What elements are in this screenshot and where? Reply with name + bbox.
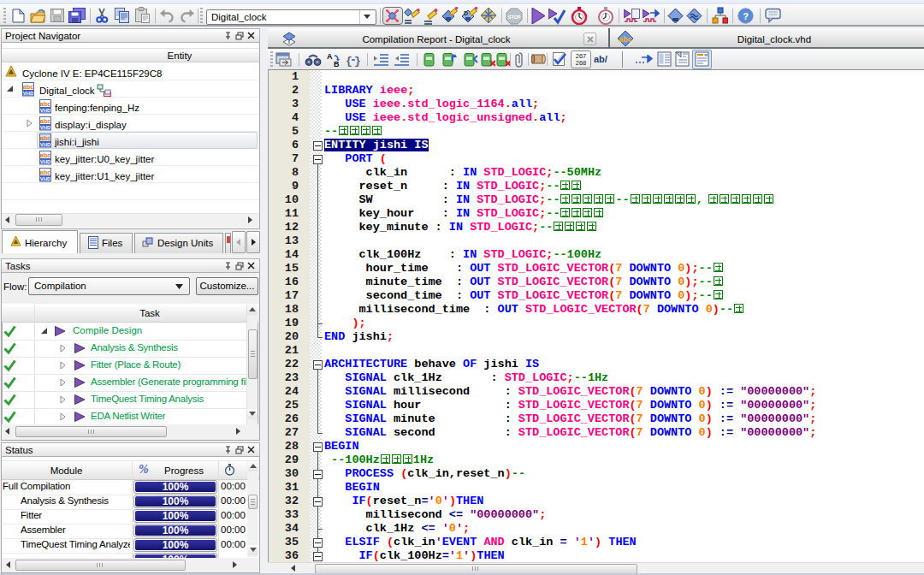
svg-text:VHD: VHD — [40, 125, 51, 130]
svg-text:abc: abc — [40, 134, 51, 142]
svg-text:abc: abc — [40, 151, 51, 159]
svg-text:abc: abc — [23, 83, 34, 91]
svg-text:VHD: VHD — [40, 108, 51, 113]
svg-text:}: } — [354, 55, 361, 68]
svg-text:VHD: VHD — [40, 176, 51, 181]
svg-text:?: ? — [743, 11, 749, 21]
svg-text:VHD: VHD — [40, 142, 51, 147]
svg-text:abc: abc — [40, 169, 51, 176]
svg-text:abc: abc — [40, 100, 51, 108]
svg-text:{: { — [346, 55, 352, 68]
svg-text:A: A — [327, 52, 333, 61]
svg-text:abc: abc — [619, 35, 632, 44]
svg-text:VHD: VHD — [40, 159, 51, 164]
svg-text:VHD: VHD — [23, 91, 34, 96]
svg-text:B: B — [334, 60, 340, 68]
svg-text:STOP: STOP — [508, 15, 521, 20]
svg-text:D: D — [464, 10, 468, 16]
svg-text:abc: abc — [40, 117, 51, 125]
